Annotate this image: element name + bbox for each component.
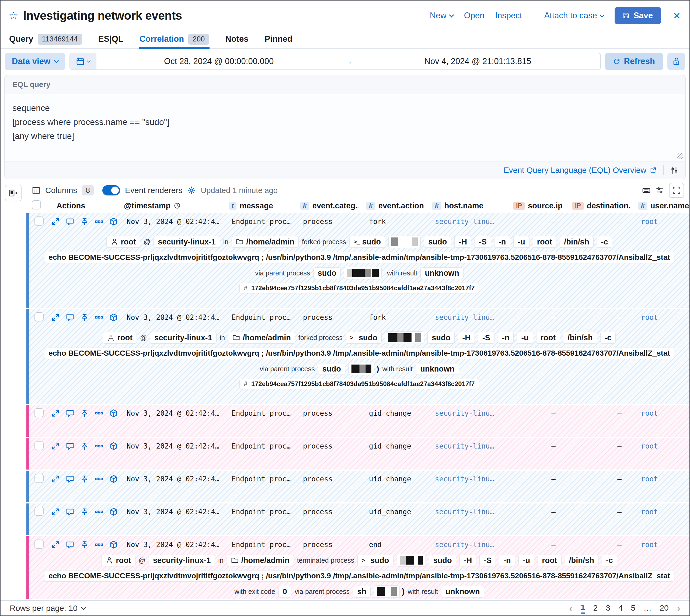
add-note-icon[interactable] <box>66 507 74 516</box>
row-checkbox[interactable] <box>35 474 44 483</box>
cell-host-name[interactable]: security-linu… <box>428 508 513 516</box>
add-note-icon[interactable] <box>66 409 74 418</box>
inspect-button[interactable]: Inspect <box>495 11 522 20</box>
cell-host-name[interactable]: security-linu… <box>428 313 513 322</box>
cell-host-name[interactable]: security-linu… <box>428 541 513 549</box>
process-command-line[interactable]: echo BECOME-SUCCESS-prljqxzlvdtmvojritit… <box>44 252 674 263</box>
host-badge[interactable]: security-linux-1 <box>149 555 215 566</box>
arg-badge[interactable]: sudo <box>429 555 456 566</box>
arg-badge[interactable]: -u <box>517 332 533 344</box>
col-user-name[interactable]: kuser.name <box>631 201 689 210</box>
arg-badge[interactable]: sudo <box>424 236 451 248</box>
cell-timestamp[interactable]: Nov 3, 2024 @ 02:42:4… <box>120 508 224 516</box>
event-row[interactable]: Nov 3, 2024 @ 02:42:4… Endpoint proc… pr… <box>26 213 689 308</box>
keyboard-shortcuts-icon[interactable] <box>642 186 651 195</box>
analyze-event-icon[interactable] <box>109 507 118 516</box>
pin-event-icon[interactable] <box>80 217 89 226</box>
cell-event-category[interactable]: process <box>296 541 362 549</box>
user-badge[interactable]: root <box>106 236 140 248</box>
page-button[interactable]: 5 <box>631 603 635 613</box>
cell-event-action[interactable]: fork <box>362 313 428 322</box>
expand-event-icon[interactable] <box>51 507 60 516</box>
tab-correlation[interactable]: Correlation200 <box>139 28 210 49</box>
cell-message[interactable]: Endpoint proc… <box>224 541 296 549</box>
cell-user-name[interactable]: root <box>634 313 689 322</box>
arg-badge[interactable]: -u <box>513 236 529 248</box>
cell-host-name[interactable]: security-linu… <box>428 475 513 483</box>
cell-event-action[interactable]: gid_change <box>362 409 428 417</box>
working-directory-badge[interactable]: /home/admin <box>228 332 295 344</box>
row-checkbox[interactable] <box>35 217 44 226</box>
cell-timestamp[interactable]: Nov 3, 2024 @ 02:42:4… <box>120 218 224 226</box>
event-row[interactable]: Nov 3, 2024 @ 02:42:4… Endpoint proc… pr… <box>26 504 689 535</box>
select-all-checkbox[interactable] <box>32 200 41 210</box>
add-note-icon[interactable] <box>66 217 74 226</box>
row-checkbox[interactable] <box>35 441 44 450</box>
cell-user-name[interactable]: root <box>634 442 689 450</box>
col-message[interactable]: tmessage <box>222 201 293 210</box>
cell-event-action[interactable]: fork <box>362 218 428 226</box>
previous-page-icon[interactable]: ‹ <box>569 603 573 614</box>
tab-query[interactable]: Query113469144 <box>8 28 83 49</box>
col-timestamp[interactable]: @timestamp <box>117 201 222 210</box>
col-host-name[interactable]: khost.name <box>425 201 510 210</box>
fullscreen-button[interactable] <box>669 183 684 198</box>
event-row[interactable]: Nov 3, 2024 @ 02:42:4… Endpoint proc… pr… <box>26 470 689 502</box>
parent-process-badge[interactable]: sh <box>353 586 371 597</box>
resize-handle-icon[interactable] <box>677 153 683 159</box>
end-date-button[interactable]: Nov 4, 2024 @ 21:01:13.815 <box>355 57 600 66</box>
eql-query-textarea[interactable]: sequence [process where process.name == … <box>5 94 685 161</box>
row-checkbox[interactable] <box>35 408 44 417</box>
arg-badge[interactable]: -n <box>494 236 510 248</box>
cell-event-category[interactable]: process <box>296 409 362 417</box>
cell-event-action[interactable]: gid_change <box>362 442 428 450</box>
page-button[interactable]: 20 <box>660 603 668 613</box>
analyze-event-icon[interactable] <box>109 540 118 549</box>
arg-badge[interactable]: root <box>533 236 556 248</box>
expand-event-icon[interactable] <box>51 217 60 226</box>
process-badge[interactable]: >_sudo <box>346 332 382 344</box>
display-options-icon[interactable] <box>655 186 664 195</box>
expand-event-icon[interactable] <box>51 540 60 549</box>
col-source-ip[interactable]: IPsource.ip <box>510 201 565 210</box>
attach-to-case-button[interactable]: Attach to case <box>544 11 604 20</box>
cell-host-name[interactable]: security-linu… <box>428 409 513 417</box>
row-checkbox[interactable] <box>35 312 44 322</box>
page-button[interactable]: 3 <box>606 603 610 613</box>
eql-settings-icon[interactable] <box>670 166 679 174</box>
cell-timestamp[interactable]: Nov 3, 2024 @ 02:42:4… <box>120 409 224 417</box>
add-note-icon[interactable] <box>66 313 74 322</box>
cell-event-category[interactable]: process <box>296 313 362 322</box>
arg-badge[interactable]: /bin/sh <box>565 555 599 566</box>
pin-event-icon[interactable] <box>80 507 89 516</box>
cell-user-name[interactable]: root <box>634 218 689 226</box>
arg-badge[interactable]: -H <box>454 236 471 248</box>
exit-code-badge[interactable]: 0 <box>279 586 292 597</box>
quick-select-date-button[interactable] <box>70 53 96 69</box>
event-row[interactable]: Nov 3, 2024 @ 02:42:4… Endpoint proc… pr… <box>26 536 689 599</box>
row-checkbox[interactable] <box>35 507 44 516</box>
cell-timestamp[interactable]: Nov 3, 2024 @ 02:42:4… <box>120 541 224 549</box>
cell-user-name[interactable]: root <box>634 409 689 417</box>
open-events-flyout-button[interactable] <box>5 185 22 201</box>
expand-event-icon[interactable] <box>51 475 60 483</box>
eql-overview-link[interactable]: Event Query Language (EQL) Overview <box>504 166 656 175</box>
arg-badge[interactable]: sudo <box>427 332 455 344</box>
analyze-event-icon[interactable] <box>109 313 118 322</box>
arg-badge[interactable]: -S <box>475 236 491 248</box>
save-button[interactable]: Save <box>614 7 661 24</box>
cell-message[interactable]: Endpoint proc… <box>224 218 296 226</box>
cell-event-category[interactable]: process <box>296 442 362 450</box>
page-button[interactable]: 4 <box>618 603 623 613</box>
expand-event-icon[interactable] <box>51 409 60 418</box>
result-badge[interactable]: unknown <box>441 586 484 597</box>
tab-pinned[interactable]: Pinned <box>264 28 293 49</box>
cell-user-name[interactable]: root <box>634 475 689 483</box>
col-destination-ip[interactable]: IPdestination.ip <box>565 201 631 210</box>
pin-event-icon[interactable] <box>80 540 89 549</box>
cell-message[interactable]: Endpoint proc… <box>224 313 296 322</box>
cell-message[interactable]: Endpoint proc… <box>224 475 296 483</box>
cell-event-action[interactable]: end <box>362 541 428 549</box>
close-icon[interactable]: × <box>673 10 680 22</box>
analyze-event-icon[interactable] <box>109 442 118 450</box>
